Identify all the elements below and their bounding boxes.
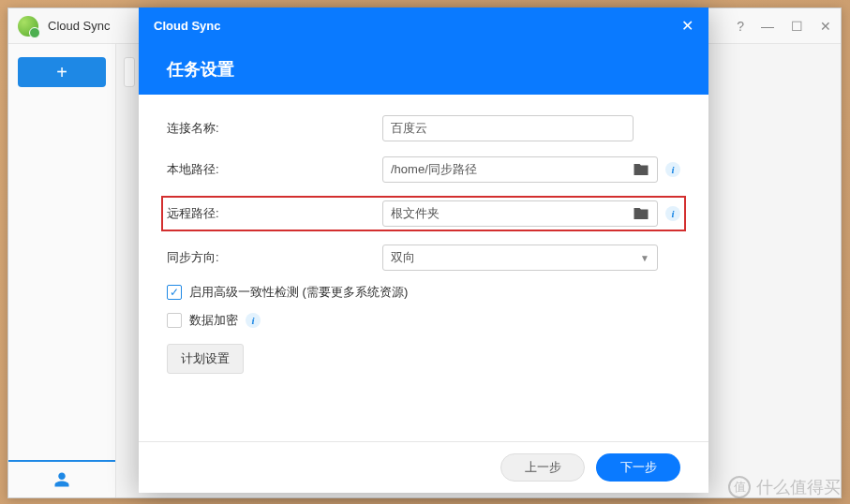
local-path-label: 本地路径:	[167, 161, 382, 178]
task-settings-modal: Cloud Sync ✕ 任务设置 连接名称: 百度云 本地路径: /home/…	[139, 7, 708, 493]
modal-header: Cloud Sync ✕	[139, 7, 708, 43]
encrypt-checkbox[interactable]	[167, 313, 182, 328]
list-item-placeholder	[124, 57, 135, 87]
modal-section-title: 任务设置	[139, 43, 708, 95]
advanced-check-row: ✓ 启用高级一致性检测 (需要更多系统资源)	[167, 284, 680, 301]
close-button[interactable]: ✕	[820, 19, 831, 34]
next-button[interactable]: 下一步	[596, 453, 680, 482]
encrypt-row: 数据加密 i	[167, 312, 680, 329]
modal-close-button[interactable]: ✕	[681, 17, 693, 35]
remote-path-label: 远程路径:	[167, 205, 382, 222]
encrypt-label: 数据加密	[189, 312, 238, 329]
sync-direction-label: 同步方向:	[167, 249, 382, 266]
add-connection-button[interactable]: +	[18, 57, 106, 87]
connection-name-label: 连接名称:	[167, 120, 382, 137]
folder-icon[interactable]	[633, 205, 649, 222]
advanced-check-label: 启用高级一致性检测 (需要更多系统资源)	[189, 284, 408, 301]
info-icon[interactable]: i	[246, 313, 261, 328]
modal-footer: 上一步 下一步	[139, 441, 708, 493]
chevron-down-icon: ▼	[640, 253, 649, 263]
sync-direction-row: 同步方向: 双向 ▼	[167, 243, 680, 273]
minimize-button[interactable]: —	[761, 19, 774, 34]
modal-title: Cloud Sync	[154, 19, 221, 33]
connection-name-row: 连接名称: 百度云	[167, 113, 680, 143]
app-logo-icon	[18, 16, 38, 37]
remote-path-row: 远程路径: 根文件夹 i	[161, 196, 686, 231]
user-icon	[53, 471, 70, 488]
prev-button[interactable]: 上一步	[500, 453, 585, 482]
schedule-settings-button[interactable]: 计划设置	[167, 344, 244, 374]
sidebar: +	[8, 44, 116, 497]
maximize-button[interactable]: ☐	[791, 19, 803, 34]
advanced-check-checkbox[interactable]: ✓	[167, 285, 182, 300]
info-icon[interactable]: i	[665, 206, 680, 221]
sync-direction-select[interactable]: 双向 ▼	[382, 245, 658, 271]
local-path-row: 本地路径: /home/同步路径 i	[167, 155, 680, 185]
folder-icon[interactable]	[633, 161, 649, 178]
modal-body: 连接名称: 百度云 本地路径: /home/同步路径 i 远程路径:	[139, 95, 708, 441]
connection-name-input[interactable]: 百度云	[382, 115, 634, 141]
window-controls: ? — ☐ ✕	[737, 19, 831, 34]
remote-path-input[interactable]: 根文件夹	[382, 200, 658, 227]
info-icon[interactable]: i	[665, 162, 680, 177]
help-button[interactable]: ?	[737, 19, 744, 34]
local-path-input[interactable]: /home/同步路径	[382, 156, 658, 183]
sidebar-user-tab[interactable]	[8, 460, 115, 497]
